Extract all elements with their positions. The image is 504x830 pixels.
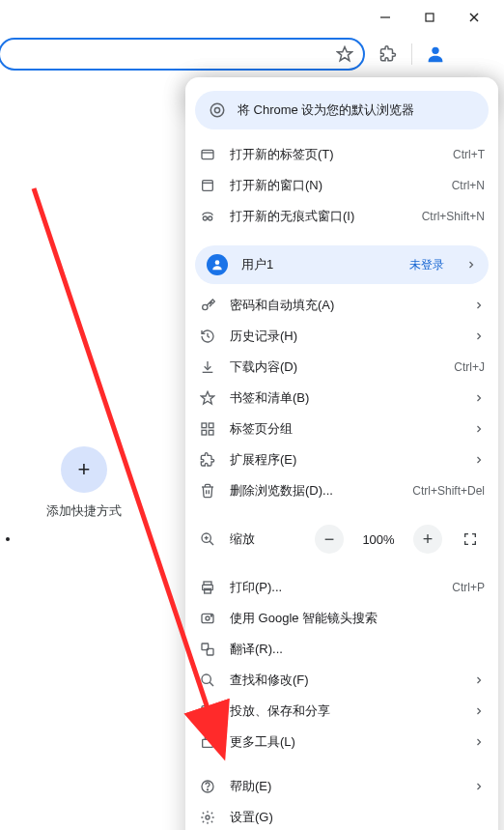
profile-avatar-button[interactable] (420, 39, 451, 70)
zoom-icon (199, 531, 216, 547)
puzzle-icon (199, 452, 216, 468)
menu-accel: Ctrl+Shift+N (422, 210, 485, 223)
profile-name: 用户1 (241, 256, 396, 273)
svg-rect-40 (202, 706, 213, 714)
menu-label: 标签页分组 (230, 420, 460, 438)
chevron-right-icon (473, 300, 485, 311)
menu-find[interactable]: 查找和修改(F) (185, 665, 498, 696)
menu-clear-data[interactable]: 删除浏览数据(D)... Ctrl+Shift+Del (185, 475, 498, 506)
svg-line-39 (210, 682, 213, 686)
menu-profile-row[interactable]: 用户1 未登录 (195, 245, 489, 284)
chevron-right-icon (473, 736, 485, 748)
menu-label: 打开新的无痕式窗口(I) (230, 208, 408, 225)
chevron-right-icon (465, 259, 477, 271)
chevron-right-icon (473, 330, 485, 342)
menu-more-tools[interactable]: 更多工具(L) (185, 727, 498, 758)
menu-label: 使用 Google 智能镜头搜索 (230, 610, 485, 627)
menu-accel: Ctrl+J (454, 360, 485, 374)
menu-passwords[interactable]: 密码和自动填充(A) (185, 290, 498, 321)
svg-point-15 (203, 216, 207, 220)
grid-icon (199, 421, 216, 437)
menu-tab-groups[interactable]: 标签页分组 (185, 414, 498, 444)
extensions-puzzle-icon[interactable] (373, 39, 404, 70)
menu-new-tab[interactable]: 打开新的标签页(T) Ctrl+T (185, 139, 498, 170)
address-bar[interactable] (0, 38, 365, 71)
svg-rect-25 (209, 430, 213, 435)
menu-default-browser-chip[interactable]: 将 Chrome 设为您的默认浏览器 (195, 91, 489, 129)
chevron-right-icon (473, 781, 485, 792)
lens-icon (199, 611, 216, 626)
menu-zoom-row: 缩放 − 100% + (185, 520, 498, 558)
svg-point-10 (214, 107, 219, 112)
gear-icon (199, 810, 216, 825)
menu-accel: Ctrl+T (453, 148, 485, 161)
translate-icon (199, 642, 216, 657)
svg-rect-22 (202, 423, 207, 428)
main-menu: 将 Chrome 设为您的默认浏览器 打开新的标签页(T) Ctrl+T 打开新… (185, 77, 498, 830)
new-window-icon (199, 178, 216, 193)
menu-label: 投放、保存和分享 (230, 702, 460, 720)
menu-new-window[interactable]: 打开新的窗口(N) Ctrl+N (185, 170, 498, 201)
menu-history[interactable]: 历史记录(H) (185, 321, 498, 352)
menu-accel: Ctrl+N (452, 179, 485, 192)
svg-marker-4 (338, 47, 352, 61)
help-icon (199, 779, 216, 794)
default-browser-label: 将 Chrome 设为您的默认浏览器 (238, 101, 414, 119)
profile-icon (207, 254, 228, 275)
window-maximize-button[interactable] (407, 2, 452, 33)
menu-downloads[interactable]: 下载内容(D) Ctrl+J (185, 352, 498, 383)
svg-point-9 (210, 103, 224, 117)
search-icon (199, 673, 216, 688)
menu-settings[interactable]: 设置(G) (185, 802, 498, 830)
zoom-value: 100% (357, 532, 400, 547)
menu-help[interactable]: 帮助(E) (185, 771, 498, 802)
menu-label: 密码和自动填充(A) (230, 297, 460, 314)
window-minimize-button[interactable] (363, 2, 407, 33)
add-shortcut[interactable]: + 添加快捷方式 (46, 446, 122, 520)
window-close-button[interactable] (452, 2, 496, 33)
menu-label: 帮助(E) (230, 778, 460, 795)
menu-extensions[interactable]: 扩展程序(E) (185, 444, 498, 475)
menu-lens[interactable]: 使用 Google 智能镜头搜索 (185, 603, 498, 634)
chevron-right-icon (473, 674, 485, 686)
cast-icon (199, 703, 216, 719)
svg-rect-11 (202, 150, 213, 158)
svg-point-45 (206, 816, 210, 819)
menu-label: 下载内容(D) (230, 358, 440, 376)
svg-marker-21 (201, 391, 213, 404)
star-icon (199, 390, 216, 406)
svg-point-16 (209, 216, 212, 220)
bookmark-star-icon[interactable] (336, 45, 353, 63)
download-icon (199, 359, 216, 375)
svg-rect-23 (209, 423, 213, 428)
menu-label: 打开新的标签页(T) (230, 146, 439, 163)
zoom-out-button[interactable]: − (315, 525, 344, 554)
menu-translate[interactable]: 翻译(R)... (185, 634, 498, 665)
toolbar-divider (411, 43, 412, 65)
trash-icon (199, 483, 216, 499)
zoom-in-button[interactable]: + (413, 525, 442, 554)
menu-incognito[interactable]: 打开新的无痕式窗口(I) Ctrl+Shift+N (185, 201, 498, 232)
menu-accel: Ctrl+P (452, 581, 485, 594)
key-icon (199, 298, 216, 313)
history-icon (199, 329, 216, 344)
svg-rect-42 (203, 739, 213, 747)
svg-rect-13 (203, 181, 213, 191)
svg-point-19 (203, 304, 208, 309)
menu-label: 书签和清单(B) (230, 389, 460, 407)
menu-label: 更多工具(L) (230, 733, 460, 751)
window-titlebar (0, 0, 504, 35)
menu-label: 扩展程序(E) (230, 451, 460, 469)
svg-point-38 (202, 674, 210, 683)
fullscreen-button[interactable] (456, 525, 485, 554)
incognito-icon (199, 209, 216, 224)
svg-point-5 (432, 47, 438, 54)
new-tab-icon (199, 147, 216, 162)
svg-point-35 (210, 615, 211, 616)
svg-line-27 (210, 541, 213, 545)
chevron-right-icon (473, 392, 485, 404)
menu-print[interactable]: 打印(P)... Ctrl+P (185, 572, 498, 603)
menu-bookmarks[interactable]: 书签和清单(B) (185, 383, 498, 414)
svg-point-18 (215, 260, 220, 265)
menu-cast[interactable]: 投放、保存和分享 (185, 696, 498, 727)
